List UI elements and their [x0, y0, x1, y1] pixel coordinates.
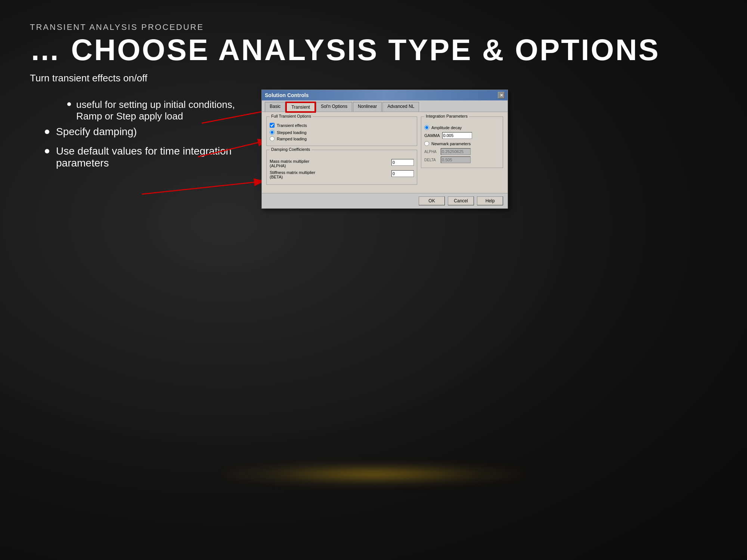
- stiffness-multiplier-row: Stiffness matrix multiplier(BETA): [270, 170, 414, 179]
- dialog-close-button[interactable]: ✕: [498, 92, 505, 99]
- gamma-row: GAMMA: [424, 132, 500, 139]
- amplitude-decay-row: Amplitude decay: [424, 125, 500, 130]
- ok-button[interactable]: OK: [419, 196, 445, 205]
- mass-multiplier-row: Mass matrix multiplier(ALPHA): [270, 159, 414, 168]
- dialog-titlebar: Solution Controls ✕: [262, 90, 508, 100]
- alpha-input: [441, 148, 471, 155]
- stiffness-multiplier-input[interactable]: [391, 170, 414, 177]
- amplitude-decay-label: Amplitude decay: [431, 125, 462, 130]
- ramped-loading-label: Ramped loading: [277, 137, 307, 141]
- tab-advanced-nl[interactable]: Advanced NL: [382, 102, 419, 112]
- stiffness-multiplier-label: Stiffness matrix multiplier(BETA): [270, 170, 388, 179]
- bullet-2-text: Specify damping): [56, 126, 137, 138]
- damping-coefficients-group: Damping Coefficients Mass matrix multipl…: [266, 150, 417, 185]
- integration-parameters-label: Integration Parameters: [424, 114, 469, 118]
- bottom-glow: [224, 463, 523, 485]
- stepped-loading-label: Stepped loading: [277, 130, 307, 135]
- mass-multiplier-input[interactable]: [391, 159, 414, 166]
- alpha-label: ALPHA: [424, 150, 439, 154]
- newmark-row: Newmark parameters: [424, 141, 500, 146]
- sub-bullet-1-text: useful for setting up initial conditions…: [76, 99, 235, 122]
- panel-right: Integration Parameters Amplitude decay G…: [421, 116, 503, 189]
- dialog-footer: OK Cancel Help: [262, 193, 508, 208]
- ramped-loading-radio[interactable]: [270, 136, 275, 141]
- delta-label: DELTA: [424, 158, 439, 162]
- tab-transient[interactable]: Transient: [286, 102, 315, 112]
- newmark-radio[interactable]: [424, 141, 429, 146]
- transient-effects-label: Transient effects: [277, 123, 307, 128]
- transient-effects-row: Transient effects: [270, 123, 414, 128]
- gamma-input[interactable]: [442, 132, 472, 139]
- amplitude-decay-radio[interactable]: [424, 125, 429, 130]
- dialog-tabs: Basic Transient Sol'n Options Nonlinear …: [262, 100, 508, 112]
- bullet-dot-3: [45, 149, 49, 153]
- transient-effects-checkbox[interactable]: [270, 123, 275, 128]
- ramped-loading-row: Ramped loading: [270, 136, 414, 141]
- panel-left: Full Transient Options Transient effects…: [266, 116, 417, 189]
- bullet-dot-2: [45, 130, 49, 134]
- slide-subtitle: TRANSIENT ANALYSIS PROCEDURE: [30, 22, 717, 32]
- slide-title: … CHOOSE ANALYSIS TYPE & OPTIONS: [30, 35, 717, 65]
- newmark-label: Newmark parameters: [431, 141, 471, 146]
- bullet-dot: [67, 102, 71, 106]
- full-transient-options-label: Full Transient Options: [270, 114, 313, 118]
- dialog-body: Full Transient Options Transient effects…: [262, 112, 508, 193]
- stepped-loading-row: Stepped loading: [270, 130, 414, 135]
- gamma-label: GAMMA: [424, 133, 440, 138]
- slide-intro: Turn transient effects on/off: [30, 72, 717, 84]
- full-transient-options-group: Full Transient Options Transient effects…: [266, 116, 417, 146]
- delta-input: [441, 156, 471, 163]
- cancel-button[interactable]: Cancel: [448, 196, 474, 205]
- alpha-row: ALPHA: [424, 148, 500, 155]
- stepped-loading-radio[interactable]: [270, 130, 275, 135]
- mass-multiplier-label: Mass matrix multiplier(ALPHA): [270, 159, 388, 168]
- tab-soln-options[interactable]: Sol'n Options: [316, 102, 352, 112]
- dialog-title-text: Solution Controls: [265, 92, 309, 98]
- tab-basic[interactable]: Basic: [265, 102, 285, 112]
- integration-parameters-group: Integration Parameters Amplitude decay G…: [421, 116, 503, 168]
- bullet-3-text: Use default values for time integrationp…: [56, 145, 232, 169]
- tab-nonlinear[interactable]: Nonlinear: [353, 102, 382, 112]
- damping-label: Damping Coefficients: [270, 147, 311, 152]
- solution-controls-dialog: Solution Controls ✕ Basic Transient Sol'…: [261, 90, 508, 209]
- help-button[interactable]: Help: [477, 196, 503, 205]
- delta-row: DELTA: [424, 156, 500, 163]
